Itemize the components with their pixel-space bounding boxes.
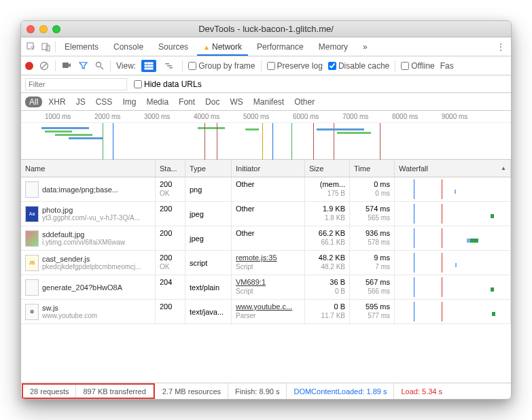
panel-tabs: Elements Console Sources ▲Network Perfor…: [21, 37, 511, 56]
finish-time: Finish: 8.90 s: [228, 383, 287, 399]
svg-rect-1: [42, 43, 48, 50]
timeline-overview[interactable]: 1000 ms2000 ms3000 ms4000 ms5000 ms6000 …: [21, 111, 511, 160]
type-filter-ws[interactable]: WS: [226, 97, 247, 107]
table-row[interactable]: JScast_sender.jspkedcjkdefgpdelpbcmbmeom…: [21, 251, 511, 275]
throttling-label[interactable]: Fas: [440, 61, 454, 71]
time-axis: 1000 ms2000 ms3000 ms4000 ms5000 ms6000 …: [21, 111, 511, 123]
tab-performance[interactable]: Performance: [251, 37, 310, 56]
time-tick: 8000 ms: [392, 113, 418, 120]
tab-network[interactable]: ▲Network: [197, 37, 248, 56]
offline-checkbox[interactable]: Offline: [401, 61, 434, 71]
table-row[interactable]: sddefault.jpgi.ytimg.com/vi/6lfaiXM6waw2…: [21, 226, 511, 251]
filter-icon[interactable]: [77, 60, 88, 71]
close-window-button[interactable]: [26, 25, 35, 33]
svg-rect-5: [63, 63, 69, 68]
titlebar: DevTools - luck-bacon-1.glitch.me/: [21, 21, 511, 37]
time-tick: 7000 ms: [342, 113, 368, 120]
request-name: generate_204?bHwO8A: [42, 283, 122, 292]
type-filter-other[interactable]: Other: [290, 97, 319, 107]
time-tick: 1000 ms: [45, 113, 71, 120]
type-filter-all[interactable]: All: [25, 97, 42, 107]
minimize-window-button[interactable]: [39, 25, 48, 33]
table-row[interactable]: ⚙sw.jswww.youtube.com200text/java...www.…: [21, 300, 511, 324]
type-filter-xhr[interactable]: XHR: [44, 97, 69, 107]
requests-table: Name Sta... Type Initiator Size Time Wat…: [21, 160, 511, 383]
load-time: Load: 5.34 s: [394, 383, 449, 399]
window-title: DevTools - luck-bacon-1.glitch.me/: [21, 24, 511, 34]
filter-row: Hide data URLs: [21, 75, 511, 93]
preserve-log-checkbox[interactable]: Preserve log: [267, 61, 323, 71]
svg-rect-13: [147, 68, 153, 69]
time-tick: 2000 ms: [94, 113, 120, 120]
overview-body: [21, 123, 511, 160]
svg-rect-9: [147, 63, 153, 64]
warning-icon: ▲: [203, 43, 210, 51]
resources-size: 2.7 MB resources: [156, 383, 228, 399]
type-filter-doc[interactable]: Doc: [201, 97, 224, 107]
network-toolbar: View: Group by frame Preserve log Disabl…: [21, 56, 511, 75]
time-tick: 6000 ms: [293, 113, 319, 120]
svg-line-4: [41, 63, 47, 69]
time-tick: 5000 ms: [243, 113, 269, 120]
requests-count: 28 requests: [23, 385, 76, 398]
request-name: sw.js: [42, 304, 97, 312]
tab-memory[interactable]: Memory: [313, 37, 354, 56]
request-name: photo.jpg: [42, 206, 140, 214]
waterfall-view-button[interactable]: [162, 60, 177, 72]
col-type[interactable]: Type: [185, 160, 232, 177]
clear-icon[interactable]: [39, 60, 50, 71]
filter-input[interactable]: [25, 78, 127, 90]
group-by-frame-checkbox[interactable]: Group by frame: [188, 61, 255, 71]
col-status[interactable]: Sta...: [156, 160, 185, 177]
time-tick: 9000 ms: [442, 113, 467, 120]
dcl-time: DOMContentLoaded: 1.89 s: [287, 383, 394, 399]
time-tick: 3000 ms: [144, 113, 170, 120]
type-filter-manifest[interactable]: Manifest: [249, 97, 288, 107]
type-filter-css[interactable]: CSS: [92, 97, 117, 107]
settings-icon[interactable]: ⋮: [495, 41, 507, 53]
camera-icon[interactable]: [61, 60, 72, 71]
tab-sources[interactable]: Sources: [152, 37, 194, 56]
svg-rect-10: [145, 65, 147, 67]
tab-more[interactable]: »: [357, 37, 374, 56]
disable-cache-checkbox[interactable]: Disable cache: [328, 61, 389, 71]
search-icon[interactable]: [94, 60, 105, 71]
svg-line-7: [101, 67, 103, 69]
transferred-size: 897 KB transferred: [76, 385, 153, 398]
svg-rect-16: [169, 67, 173, 69]
svg-rect-15: [167, 65, 172, 67]
type-filters: AllXHRJSCSSImgMediaFontDocWSManifestOthe…: [21, 93, 511, 111]
tab-console[interactable]: Console: [107, 37, 149, 56]
svg-rect-12: [145, 68, 147, 69]
col-waterfall[interactable]: Waterfall▲: [395, 160, 511, 177]
maximize-window-button[interactable]: [52, 25, 60, 33]
view-label: View:: [116, 61, 136, 71]
type-filter-img[interactable]: Img: [118, 97, 140, 107]
table-row[interactable]: data:image/png;base...200OKpngOther(mem.…: [21, 177, 511, 202]
request-name: cast_sender.js: [42, 255, 141, 263]
svg-rect-8: [145, 63, 147, 64]
table-row[interactable]: Aaphoto.jpgyt3.ggpht.com/-vu_v-hJT-3Q/A.…: [21, 202, 511, 226]
col-time[interactable]: Time: [350, 160, 395, 177]
col-initiator[interactable]: Initiator: [232, 160, 305, 177]
inspect-element-icon[interactable]: [25, 41, 37, 53]
table-row[interactable]: generate_204?bHwO8A204text/plainVM689:1S…: [21, 275, 511, 300]
request-name: data:image/png;base...: [42, 186, 118, 194]
col-size[interactable]: Size: [305, 160, 350, 177]
table-header: Name Sta... Type Initiator Size Time Wat…: [21, 160, 511, 177]
type-filter-font[interactable]: Font: [175, 97, 199, 107]
svg-rect-14: [165, 63, 169, 65]
large-rows-button[interactable]: [141, 60, 156, 72]
tab-elements[interactable]: Elements: [58, 37, 105, 56]
type-filter-media[interactable]: Media: [142, 97, 173, 107]
device-toolbar-icon[interactable]: [40, 41, 52, 53]
record-button[interactable]: [25, 62, 33, 70]
col-name[interactable]: Name: [21, 160, 156, 177]
hide-data-urls-checkbox[interactable]: Hide data URLs: [134, 80, 202, 89]
time-tick: 4000 ms: [194, 113, 219, 120]
request-name: sddefault.jpg: [42, 230, 125, 239]
sort-indicator-icon: ▲: [501, 165, 506, 171]
svg-rect-11: [147, 65, 153, 67]
type-filter-js[interactable]: JS: [72, 97, 90, 107]
svg-point-6: [96, 63, 101, 67]
